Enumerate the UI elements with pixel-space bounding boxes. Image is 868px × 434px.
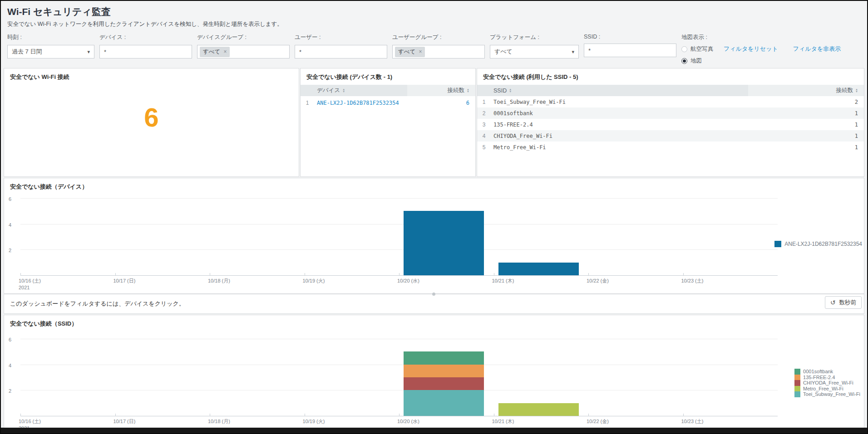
dashboard-frame: Wi-Fi セキュリティ監査 安全でない Wi-Fi ネットワークを利用したクラ…	[0, 0, 868, 434]
radio-aerial-photo[interactable]	[681, 46, 687, 52]
sort-icon[interactable]: ▲▼	[467, 88, 469, 93]
radio-map-label: 地図	[690, 57, 702, 65]
radio-map[interactable]	[681, 58, 687, 64]
bar-10/20-ANE-LX2J-1D62B781F2532354[interactable]	[404, 211, 484, 275]
user-filter-input[interactable]: *	[295, 45, 387, 59]
x-axis-year-label: 2021	[19, 285, 30, 290]
platform-select[interactable]: すべて ▾	[490, 45, 579, 59]
filter-device: デバイス : *	[99, 34, 192, 59]
column-header-count[interactable]: 接続数 ▲▼	[407, 85, 475, 96]
table-row: 4CHIYODA_Free_Wi-Fi1	[477, 130, 864, 141]
hide-filters-link[interactable]: フィルタを非表示	[793, 45, 841, 53]
gridline	[20, 339, 778, 339]
radio-aerial-photo-label: 航空写真	[690, 45, 713, 53]
device-group-tag: すべて ×	[200, 47, 230, 57]
x-axis-tick-label: 10/17 (日)	[113, 418, 136, 425]
refresh-button[interactable]: ↺ 数秒前	[825, 296, 862, 309]
legend-item[interactable]: Toei_Subway_Free_Wi-Fi	[794, 391, 860, 397]
y-axis-tick-label: 6	[9, 337, 18, 342]
device-filter-value: *	[104, 49, 106, 55]
column-header-device[interactable]: デバイス ▲▼	[314, 87, 407, 94]
sort-icon[interactable]: ▲▼	[855, 88, 858, 93]
device-group-filter-input[interactable]: すべて ×	[197, 45, 290, 59]
device-group-filter-label: デバイスグループ :	[197, 34, 290, 41]
y-axis-tick-label: 4	[9, 222, 18, 228]
table-row: 1Toei_Subway_Free_Wi-Fi2	[477, 96, 864, 107]
hint-bar: このダッシュボードをフィルタするには、デバイスをクリック。 ↺ 数秒前	[4, 294, 864, 314]
legend-swatch	[794, 369, 800, 375]
x-axis-tick	[305, 414, 305, 416]
device-count-link[interactable]: 6	[466, 100, 469, 106]
row-index: 5	[477, 144, 491, 151]
filter-time: 時刻 : 過去 7 日間 ▾	[7, 34, 94, 59]
refresh-icon: ↺	[830, 299, 836, 306]
x-axis-tick	[115, 414, 116, 416]
drag-handle-dot[interactable]	[432, 293, 435, 296]
panel-chart-ssid: 安全でない接続（SSID） 24610/16 (土)202110/17 (日)1…	[4, 315, 864, 428]
legend-item[interactable]: 135-FREE-2.4	[794, 375, 860, 380]
legend-item[interactable]: 0001softbank	[794, 369, 860, 375]
filter-ssid: SSID : *	[584, 34, 676, 57]
y-axis-tick-label: 2	[9, 388, 18, 394]
panel-unsafe-connections-devices-table: 安全でない接続 (デバイス数 - 1) デバイス ▲▼ 接続数 ▲▼ 1ANE-…	[300, 68, 476, 177]
panel-title: 安全でない接続 (利用した SSID - 5)	[477, 68, 864, 84]
ssid-count: 2	[748, 99, 864, 105]
sort-icon[interactable]: ▲▼	[509, 88, 512, 93]
user-filter-value: *	[299, 49, 301, 55]
legend-item[interactable]: Metro_Free_Wi-Fi	[794, 386, 860, 392]
filter-bar: 時刻 : 過去 7 日間 ▾ デバイス : * デバイスグループ : すべて ×	[7, 34, 861, 65]
ssid-name: Toei_Subway_Free_Wi-Fi	[491, 99, 748, 105]
chevron-down-icon: ▾	[87, 49, 90, 55]
device-filter-input[interactable]: *	[99, 45, 192, 59]
filter-map-display: 地図表示 : 航空写真 フィルタをリセット フィルタを非表示 地図	[681, 34, 841, 65]
gridline	[20, 198, 778, 199]
x-axis-tick-label: 10/16 (土)	[19, 278, 41, 284]
reset-filters-link[interactable]: フィルタをリセット	[724, 45, 778, 53]
time-range-select[interactable]: 過去 7 日間 ▾	[7, 45, 94, 59]
legend-item[interactable]: CHIYODA_Free_Wi-Fi	[794, 380, 860, 386]
x-axis-tick	[210, 414, 210, 416]
legend-swatch	[794, 386, 800, 392]
device-link[interactable]: ANE-LX2J-1D62B781F2532354	[317, 100, 399, 106]
ssid-count: 1	[748, 144, 864, 151]
bar-10/20-0001softbank[interactable]	[404, 351, 484, 364]
x-axis-tick-label: 10/19 (火)	[303, 278, 325, 284]
time-filter-label: 時刻 :	[7, 34, 94, 41]
column-header-ssid[interactable]: SSID ▲▼	[491, 88, 748, 94]
x-axis-tick-label: 10/16 (土)	[19, 418, 41, 425]
bar-10/20-CHIYODA_Free_Wi-Fi[interactable]	[404, 377, 484, 390]
x-axis-tick	[20, 273, 21, 276]
devices-table-body: 1ANE-LX2J-1D62B781F25323546	[301, 96, 475, 109]
header-section: Wi-Fi セキュリティ監査 安全でない Wi-Fi ネットワークを利用したクラ…	[1, 1, 867, 67]
legend-item[interactable]: ANE-LX2J-1D62B781F2532354	[774, 241, 862, 247]
x-axis-tick-label: 10/17 (日)	[113, 278, 136, 284]
sort-icon[interactable]: ▲▼	[342, 88, 345, 93]
bar-10/20-Toei_Subway_Free_Wi-Fi[interactable]	[404, 390, 484, 416]
x-axis-tick-label: 10/21 (木)	[492, 278, 514, 284]
ssid-stacked-bar-chart: 24610/16 (土)202110/17 (日)10/18 (月)10/19 …	[20, 339, 778, 416]
x-axis-tick	[588, 414, 589, 416]
legend-label: CHIYODA_Free_Wi-Fi	[803, 380, 853, 385]
devices-bar-chart: 24610/16 (土)202110/17 (日)10/18 (月)10/19 …	[20, 199, 778, 276]
filter-user: ユーザー : *	[295, 34, 387, 59]
remove-tag-icon[interactable]: ×	[419, 49, 422, 55]
bar-10/20-135-FREE-2.4[interactable]	[404, 365, 484, 377]
x-axis-tick-label: 10/22 (金)	[587, 278, 609, 284]
remove-tag-icon[interactable]: ×	[223, 49, 227, 55]
x-axis-tick	[683, 414, 684, 416]
bar-10/21-Metro_Free_Wi-Fi[interactable]	[498, 403, 579, 416]
legend-label: ANE-LX2J-1D62B781F2532354	[784, 241, 862, 247]
ssid-count: 1	[748, 122, 864, 128]
table-header: デバイス ▲▼ 接続数 ▲▼	[301, 85, 475, 96]
chevron-down-icon: ▾	[572, 49, 574, 55]
ssid-filter-input[interactable]: *	[584, 44, 676, 57]
unsafe-connections-count[interactable]: 6	[4, 102, 299, 132]
y-axis-tick-label: 6	[9, 196, 18, 202]
row-index: 3	[477, 122, 491, 128]
bar-10/21-ANE-LX2J-1D62B781F2532354[interactable]	[498, 263, 579, 275]
filter-user-group: ユーザーグループ : すべて ×	[392, 34, 485, 59]
user-group-filter-input[interactable]: すべて ×	[392, 45, 485, 59]
user-group-filter-label: ユーザーグループ :	[392, 34, 485, 41]
chart-legend: ANE-LX2J-1D62B781F2532354	[774, 241, 862, 247]
column-header-count[interactable]: 接続数 ▲▼	[748, 85, 864, 96]
